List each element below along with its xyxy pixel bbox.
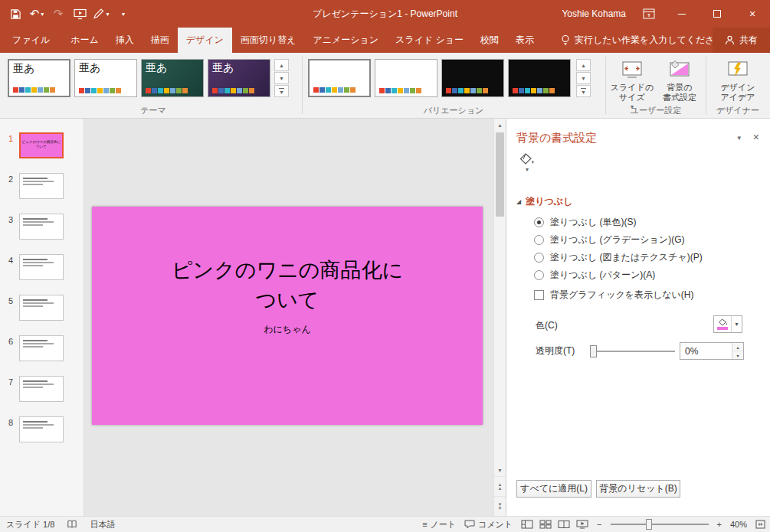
theme-thumbnail-3[interactable]: 亜あ — [141, 59, 204, 97]
themes-gallery-scroll: ▲ ▼ ▼ — [274, 59, 289, 98]
fill-option-2[interactable]: 塗りつぶし (グラデーション)(G) — [534, 231, 703, 249]
hide-background-graphics-checkbox[interactable]: 背景グラフィックを表示しない(H) — [534, 289, 693, 302]
slide-thumbnail-5[interactable] — [19, 295, 64, 321]
radio-button[interactable] — [534, 217, 544, 227]
design-ideas-button[interactable]: デザイン アイデア — [713, 56, 762, 103]
radio-button[interactable] — [534, 235, 544, 245]
spin-up-button[interactable]: ▴ — [732, 343, 743, 351]
previous-slide-button[interactable]: ▲▲ — [494, 476, 506, 496]
theme-color-strip — [513, 88, 555, 93]
scroll-up-button[interactable]: ▲ — [494, 119, 506, 131]
tab-review[interactable]: 校閲 — [472, 28, 507, 53]
reading-view-button[interactable] — [558, 520, 570, 529]
zoom-out-button[interactable]: − — [597, 520, 601, 529]
themes-more-button[interactable]: ▼ — [274, 85, 289, 97]
checkbox-box[interactable] — [534, 290, 544, 300]
tab-draw[interactable]: 描画 — [143, 28, 178, 53]
vertical-scrollbar[interactable]: ▲ ▼ ▲▲ ▼▼ — [493, 119, 506, 516]
redo-icon[interactable]: ↷ — [49, 4, 67, 24]
transparency-spinner[interactable]: 0% ▴ ▾ — [680, 342, 744, 360]
fill-bucket-icon[interactable]: ▾ — [517, 152, 537, 173]
format-background-button[interactable]: 背景の 書式設定 — [657, 56, 703, 103]
notes-button[interactable]: ≡ ノート — [422, 519, 456, 530]
tab-view[interactable]: 表示 — [507, 28, 542, 53]
thumbnail-text-line — [23, 218, 48, 220]
variants-scroll-down-button[interactable]: ▼ — [576, 72, 591, 84]
reset-background-button[interactable]: 背景のリセット(B) — [596, 480, 680, 498]
fill-section-header[interactable]: ◢ 塗りつぶし — [516, 195, 572, 208]
tab-home[interactable]: ホーム — [62, 28, 107, 53]
theme-thumbnail-4[interactable]: 亜あ — [208, 59, 270, 97]
start-slideshow-icon[interactable] — [70, 4, 89, 24]
tab-insert[interactable]: 挿入 — [107, 28, 143, 53]
transparency-slider[interactable] — [591, 351, 675, 352]
variant-thumbnail-4[interactable] — [508, 59, 571, 97]
themes-scroll-down-button[interactable]: ▼ — [274, 72, 289, 84]
variant-thumbnail-3[interactable] — [441, 59, 504, 97]
fit-to-window-icon[interactable] — [755, 520, 765, 529]
themes-scroll-up-button[interactable]: ▲ — [274, 59, 289, 71]
zoom-in-button[interactable]: + — [717, 520, 722, 529]
slide-thumbnail-4[interactable] — [19, 254, 64, 280]
theme-thumbnail-1[interactable]: 亜あ — [8, 59, 70, 97]
fill-option-4[interactable]: 塗りつぶし (パターン)(A) — [534, 266, 703, 284]
theme-thumbnail-2[interactable]: 亜あ — [74, 59, 137, 97]
save-icon[interactable] — [6, 4, 25, 24]
pane-close-button[interactable]: × — [753, 131, 759, 143]
variant-thumbnail-2[interactable] — [375, 59, 437, 97]
themes-gallery: 亜あ亜あ亜あ亜あ — [8, 53, 274, 100]
minimize-button[interactable]: ─ — [664, 0, 700, 28]
customize-quick-access-icon[interactable]: ▾ — [113, 4, 132, 24]
color-picker-button[interactable]: ▾ — [713, 315, 742, 333]
close-button[interactable]: × — [735, 0, 770, 28]
slide-thumbnail-3[interactable] — [19, 214, 64, 240]
comments-button[interactable]: コメント — [464, 519, 513, 530]
slide-sorter-view-button[interactable] — [539, 520, 552, 529]
spin-down-button[interactable]: ▾ — [732, 351, 743, 359]
pane-options-icon[interactable]: ▾ — [737, 134, 741, 142]
draw-pen-icon[interactable]: ▾ — [92, 4, 110, 24]
zoom-level-button[interactable]: 40% — [730, 520, 747, 529]
slide-thumbnail-7[interactable] — [19, 376, 64, 402]
scroll-down-button[interactable]: ▼ — [494, 464, 506, 476]
variants-scroll-up-button[interactable]: ▲ — [576, 59, 591, 71]
apply-to-all-button[interactable]: すべてに適用(L) — [516, 480, 591, 498]
tab-slideshow[interactable]: スライド ショー — [387, 28, 472, 53]
radio-button[interactable] — [534, 270, 544, 280]
slide-canvas[interactable]: ピンクのワニの商品化に ついて わにちゃん — [92, 207, 483, 425]
zoom-slider[interactable] — [611, 524, 709, 525]
slide-editing-area[interactable]: ピンクのワニの商品化に ついて わにちゃん ▲ ▼ ▲▲ ▼▼ — [84, 119, 506, 516]
share-button[interactable]: 共有 — [713, 28, 770, 53]
zoom-slider-thumb[interactable] — [646, 519, 652, 530]
tell-me-box[interactable]: 実行したい作業を入力してください — [561, 28, 724, 53]
slide-thumbnail-1[interactable]: ピンクのワニの商品化に ついて — [19, 132, 64, 158]
language-button[interactable]: 日本語 — [90, 519, 115, 530]
next-slide-button[interactable]: ▼▼ — [494, 496, 506, 516]
maximize-button[interactable] — [700, 0, 735, 28]
slide-size-button[interactable]: スライドの サイズ ▾ — [609, 56, 655, 110]
slide-title-textbox[interactable]: ピンクのワニの商品化に ついて — [92, 256, 483, 315]
variant-thumbnail-1[interactable] — [308, 59, 371, 97]
slideshow-view-button[interactable] — [576, 520, 588, 529]
normal-view-button[interactable] — [521, 520, 533, 529]
slide-thumbnail-6[interactable] — [19, 335, 64, 361]
tab-design[interactable]: デザイン — [178, 28, 232, 53]
spellcheck-icon[interactable] — [67, 520, 77, 529]
scrollbar-thumb[interactable] — [496, 132, 504, 217]
tab-transitions[interactable]: 画面切り替え — [232, 28, 305, 53]
slide-thumbnail-2[interactable] — [19, 173, 64, 199]
tab-animations[interactable]: アニメーション — [304, 28, 387, 53]
undo-icon[interactable]: ↶▾ — [28, 4, 46, 24]
transparency-slider-thumb[interactable] — [590, 345, 597, 357]
slide-subtitle-textbox[interactable]: わにちゃん — [92, 323, 483, 336]
pen-dropdown-icon: ▾ — [106, 11, 109, 18]
ribbon-display-options-icon[interactable] — [638, 4, 660, 24]
theme-color-strip — [13, 87, 55, 93]
fill-option-3[interactable]: 塗りつぶし (図またはテクスチャ)(P) — [534, 249, 703, 266]
account-name[interactable]: Yoshie Kohama — [562, 8, 626, 19]
radio-button[interactable] — [534, 253, 544, 263]
tab-file[interactable]: ファイル — [0, 28, 62, 53]
variants-more-button[interactable]: ▼ — [576, 85, 591, 97]
fill-option-1[interactable]: 塗りつぶし (単色)(S) — [534, 214, 703, 231]
slide-thumbnail-8[interactable] — [19, 416, 64, 442]
